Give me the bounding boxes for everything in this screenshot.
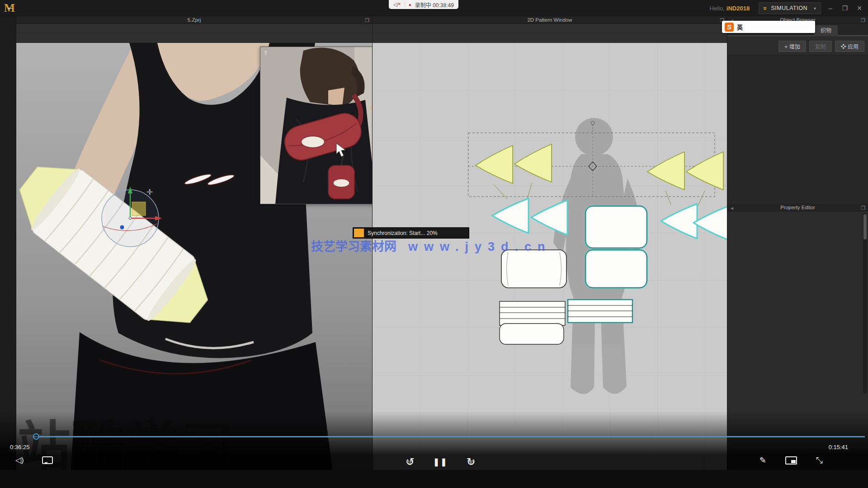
mini-player-button[interactable] xyxy=(785,456,797,465)
site-watermark: 技艺学习素材网www.jy3d.cn xyxy=(311,237,552,254)
pattern-strips-right[interactable] xyxy=(568,300,632,323)
toolbar-2d-row1 xyxy=(373,24,727,33)
property-scrollbar[interactable] xyxy=(863,213,867,393)
toolbar-3d-row1 xyxy=(16,24,372,33)
recording-status: 录制中 00:38:49 xyxy=(415,1,454,9)
pattern-strips-left[interactable] xyxy=(500,301,565,344)
sogou-ime-bar[interactable]: S 英 xyxy=(722,21,815,33)
move-cursor: ✛ xyxy=(146,188,153,197)
collapsed-left-sidebar[interactable] xyxy=(0,16,16,488)
subtitle-comment-button[interactable] xyxy=(42,456,53,464)
expand-pe-icon[interactable]: ❐ xyxy=(861,204,865,212)
canvas-2d[interactable] xyxy=(373,43,727,488)
seek-bar-fill xyxy=(33,436,865,437)
simulation-dropdown[interactable]: » SIMULATION ▾ xyxy=(759,2,821,14)
simulation-caret-icon: ▾ xyxy=(814,6,816,11)
window-title-3d: 5.Zprj ❐ xyxy=(16,16,372,24)
close-button[interactable]: ✕ xyxy=(854,5,864,12)
expand-3d-icon[interactable]: ❐ xyxy=(365,17,369,24)
elapsed-time: 0:36:25 xyxy=(10,444,29,450)
username: iND2018 xyxy=(726,5,750,12)
sync-progress-fill xyxy=(354,229,364,237)
pattern-rect-selected-2[interactable] xyxy=(585,250,647,288)
window-title-2d: 2D Pattern Window ❐ xyxy=(373,16,727,24)
language-mode-icon[interactable]: 英 xyxy=(737,23,743,31)
toolbar-3d-row2 xyxy=(16,33,372,43)
minimize-button[interactable]: – xyxy=(826,5,835,12)
simulation-chevron-icon: » xyxy=(762,6,769,10)
edit-button[interactable]: ✎ xyxy=(760,455,766,465)
fabric-actions: + 增加 复制 ❖ 应用 xyxy=(727,36,868,55)
skip-back-10-button[interactable]: ↺10 xyxy=(403,455,417,468)
pause-button[interactable]: ❚❚ xyxy=(433,457,448,467)
photo-bag-logo xyxy=(301,136,325,148)
seek-handle[interactable] xyxy=(33,433,39,440)
remaining-time: 0:15:41 xyxy=(829,444,848,450)
corner-watermark: 站酷学习 xyxy=(17,403,234,480)
reference-photo: ? xyxy=(260,47,372,204)
add-fabric-button[interactable]: + 增加 xyxy=(778,41,806,52)
recording-indicator: ◁✕ ● 录制中 00:38:49 xyxy=(389,0,458,9)
gizmo-z-handle[interactable] xyxy=(120,225,124,230)
player-back-button[interactable]: ← xyxy=(6,2,15,12)
object-browser-empty xyxy=(727,55,868,204)
simulation-label: SIMULATION xyxy=(771,5,807,11)
volume-button[interactable]: ◁) xyxy=(15,455,24,465)
svg-text:?: ? xyxy=(264,50,267,56)
recording-dot-icon: ● xyxy=(409,2,411,7)
seek-bar[interactable] xyxy=(33,436,865,437)
toolbar-2d-row2 xyxy=(373,33,727,43)
exit-fullscreen-button[interactable]: ⤡ xyxy=(816,455,823,465)
expand-ob-icon[interactable]: ❐ xyxy=(861,17,865,24)
pattern-rect-plain[interactable] xyxy=(501,250,566,288)
pattern-canvas-svg xyxy=(373,43,727,488)
copy-fabric-button[interactable]: 复制 xyxy=(809,41,832,52)
gizmo-plane-handle[interactable] xyxy=(132,202,146,216)
restore-button[interactable]: ❐ xyxy=(840,5,850,12)
sogou-logo-icon[interactable]: S xyxy=(725,23,734,32)
greeting-text: Hello,iND2018 xyxy=(710,5,750,12)
muted-speaker-icon[interactable]: ◁✕ xyxy=(393,1,401,8)
pattern-rect-selected-1[interactable] xyxy=(585,206,647,248)
property-editor-header: ◄ Property Editor ❐ xyxy=(727,204,868,211)
apply-fabric-button[interactable]: ❖ 应用 xyxy=(835,41,864,52)
skip-forward-30-button[interactable]: ↻30 xyxy=(464,455,478,468)
tab-fabric[interactable]: 织物 xyxy=(814,25,838,36)
sync-progress-text: Synchronization: Start... 20% xyxy=(368,230,438,236)
windows-taskbar xyxy=(0,470,868,488)
video-player-screen: M Hello,iND2018 » SIMULATION ▾ – ❐ ✕ ← ◁… xyxy=(0,0,868,488)
right-panel: ◄ Object Browser ❐ 织物 + 增加 复制 ❖ 应用 ◄ Pro… xyxy=(727,16,868,488)
collapse-pe-icon[interactable]: ◄ xyxy=(730,204,734,212)
